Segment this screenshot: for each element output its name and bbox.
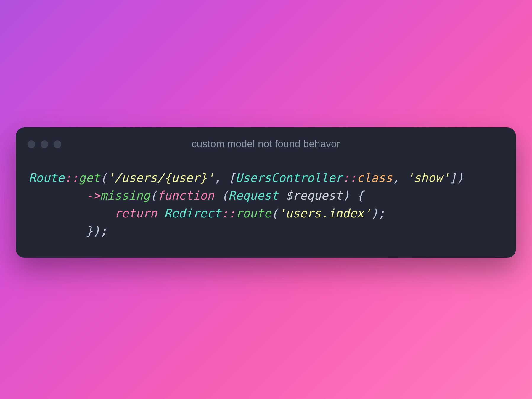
token-indent — [29, 206, 114, 220]
token-punct: ( — [100, 171, 107, 185]
token-punct: , — [392, 171, 406, 185]
token-attr: class — [357, 171, 392, 185]
token-method: missing — [100, 189, 150, 202]
window-title: custom model not found behavor — [192, 138, 340, 150]
token-method: route — [235, 206, 271, 220]
token-punct: ( — [271, 206, 278, 220]
close-icon[interactable] — [28, 140, 35, 148]
token-indent — [29, 189, 86, 202]
token-operator: -> — [86, 189, 100, 202]
token-indent — [29, 224, 86, 238]
token-punct: { — [357, 189, 364, 202]
token-class: Route — [29, 171, 64, 185]
token-keyword: return — [114, 206, 157, 220]
token-class: Redirect — [164, 206, 221, 220]
minimize-icon[interactable] — [41, 140, 48, 148]
traffic-lights — [28, 140, 61, 148]
token-keyword: function — [157, 189, 214, 202]
token-punct: ] — [449, 171, 457, 185]
token-punct: [ — [228, 171, 235, 185]
token-punct: ( — [221, 189, 228, 202]
token-method: get — [79, 171, 100, 185]
token-punct: ) — [343, 189, 350, 202]
token-string: 'users.index' — [278, 206, 371, 220]
token-operator: :: — [64, 171, 78, 185]
titlebar: custom model not found behavor — [16, 127, 516, 160]
app-stage: custom model not found behavor Route::ge… — [0, 0, 532, 399]
token-class: UsersController — [235, 171, 342, 185]
token-space — [214, 189, 221, 202]
token-punct: ) — [457, 171, 464, 185]
token-punct: ) — [371, 206, 378, 220]
token-punct: , — [214, 171, 228, 185]
token-class: Request — [228, 189, 278, 202]
token-punct: } — [86, 224, 93, 238]
token-punct: ( — [150, 189, 157, 202]
token-space — [157, 206, 164, 220]
token-string: 'show' — [406, 171, 449, 185]
token-punct: ; — [100, 224, 107, 238]
token-punct: ; — [378, 206, 385, 220]
token-punct: ) — [93, 224, 100, 238]
token-space — [278, 189, 285, 202]
token-variable: $request — [285, 189, 343, 202]
token-operator: :: — [343, 171, 357, 185]
zoom-icon[interactable] — [54, 140, 61, 148]
token-space — [350, 189, 357, 202]
code-window: custom model not found behavor Route::ge… — [16, 127, 516, 258]
token-operator: :: — [221, 206, 235, 220]
token-string: '/users/{user}' — [107, 171, 214, 185]
code-block: Route::get('/users/{user}', [UsersContro… — [16, 160, 516, 258]
